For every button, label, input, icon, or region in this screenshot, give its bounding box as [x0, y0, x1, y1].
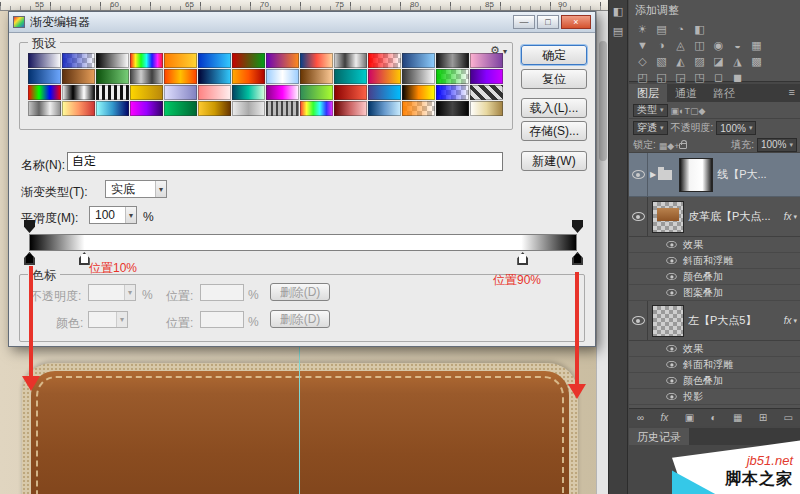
- layer-effect-row[interactable]: 颜色叠加: [629, 269, 800, 285]
- layer-effect-row[interactable]: 斜面和浮雕: [629, 357, 800, 373]
- gradient-preset-swatch[interactable]: [198, 69, 231, 84]
- visibility-toggle[interactable]: [629, 153, 648, 196]
- gradient-preset-swatch[interactable]: [266, 101, 299, 116]
- smoothness-select[interactable]: 100 ▾: [89, 206, 137, 224]
- gradient-preset-swatch[interactable]: [402, 53, 435, 68]
- gradient-name-input[interactable]: [67, 152, 503, 171]
- tab-路径[interactable]: 路径: [705, 84, 743, 102]
- gradient-preset-swatch[interactable]: [402, 101, 435, 116]
- gradient-preset-swatch[interactable]: [130, 69, 163, 84]
- adjustment-icon[interactable]: ▩: [749, 54, 764, 68]
- maximize-button[interactable]: □: [537, 15, 559, 29]
- delete-opacity-stop-button[interactable]: 删除(D): [270, 283, 330, 301]
- color-position-input[interactable]: [200, 311, 244, 328]
- gradient-preset-swatch[interactable]: [266, 69, 299, 84]
- gradient-preset-swatch[interactable]: [334, 69, 367, 84]
- adjustment-icon[interactable]: ▧: [654, 54, 669, 68]
- gradient-preset-swatch[interactable]: [28, 53, 61, 68]
- new-button[interactable]: 新建(W): [521, 151, 587, 171]
- gradient-preset-swatch[interactable]: [470, 101, 503, 116]
- opacity-position-input[interactable]: [200, 284, 244, 301]
- adjustment-icon[interactable]: ◳: [692, 70, 707, 84]
- visibility-toggle[interactable]: [663, 269, 679, 284]
- opacity-stop[interactable]: [24, 220, 35, 233]
- visibility-toggle[interactable]: [663, 237, 679, 252]
- adjustment-icon[interactable]: ◪: [711, 54, 726, 68]
- gradient-preset-swatch[interactable]: [96, 101, 129, 116]
- layer-row[interactable]: 皮革底【P大点...fx▾: [629, 197, 800, 237]
- adjustment-icon[interactable]: ◲: [673, 70, 688, 84]
- opacity-select[interactable]: ▾: [88, 284, 136, 301]
- filter-type-select[interactable]: 类型 ▾: [633, 104, 668, 117]
- chevron-down-icon[interactable]: ▾: [793, 317, 797, 325]
- save-button[interactable]: 存储(S)...: [521, 121, 587, 141]
- gradient-preset-swatch[interactable]: [164, 69, 197, 84]
- fill-select[interactable]: 100% ▾: [757, 138, 797, 152]
- delete-color-stop-button[interactable]: 删除(D): [270, 310, 330, 328]
- gradient-preset-swatch[interactable]: [198, 53, 231, 68]
- adjustment-icon[interactable]: ◭: [673, 54, 688, 68]
- gradient-preset-swatch[interactable]: [62, 69, 95, 84]
- adjustment-icon[interactable]: ◉: [711, 38, 726, 52]
- gradient-preset-swatch[interactable]: [198, 85, 231, 100]
- visibility-toggle[interactable]: [663, 253, 679, 268]
- layer-effect-row[interactable]: 斜面和浮雕: [629, 253, 800, 269]
- gradient-preset-swatch[interactable]: [300, 85, 333, 100]
- layer-effect-row[interactable]: 效果: [629, 341, 800, 357]
- layer-effect-row[interactable]: 颜色叠加: [629, 373, 800, 389]
- ok-button[interactable]: 确定: [521, 45, 587, 65]
- gradient-preset-swatch[interactable]: [436, 69, 469, 84]
- gradient-preset-swatch[interactable]: [96, 85, 129, 100]
- adjustment-icon[interactable]: ◱: [654, 70, 669, 84]
- gradient-preset-swatch[interactable]: [368, 85, 401, 100]
- layer-style-icon[interactable]: fx: [661, 412, 669, 423]
- gradient-preset-swatch[interactable]: [28, 101, 61, 116]
- gradient-type-select[interactable]: 实底 ▾: [105, 180, 167, 198]
- gradient-preset-swatch[interactable]: [198, 101, 231, 116]
- adjustment-icon[interactable]: ◫: [692, 38, 707, 52]
- visibility-toggle[interactable]: [663, 341, 679, 356]
- lock-all-icon[interactable]: [679, 143, 687, 149]
- layer-filter-icon[interactable]: ▣: [671, 106, 680, 116]
- blend-mode-select[interactable]: 穿透 ▾: [633, 121, 668, 135]
- gradient-preset-swatch[interactable]: [334, 53, 367, 68]
- gradient-preset-swatch[interactable]: [62, 53, 95, 68]
- tab-图层[interactable]: 图层: [629, 84, 667, 102]
- visibility-toggle[interactable]: [663, 373, 679, 388]
- minimize-button[interactable]: —: [513, 15, 535, 29]
- visibility-toggle[interactable]: [663, 357, 679, 372]
- adjustment-icon[interactable]: ◑: [654, 38, 669, 52]
- new-group-icon[interactable]: ▦: [733, 412, 742, 423]
- gradient-preset-swatch[interactable]: [62, 85, 95, 100]
- gradient-preset-swatch[interactable]: [470, 85, 503, 100]
- adjustment-icon[interactable]: ▤: [654, 22, 669, 36]
- gradient-preset-swatch[interactable]: [232, 69, 265, 84]
- adjustment-icon[interactable]: ◼: [730, 70, 745, 84]
- gradient-preset-swatch[interactable]: [232, 53, 265, 68]
- gradient-preset-swatch[interactable]: [266, 53, 299, 68]
- gradient-preset-swatch[interactable]: [300, 69, 333, 84]
- gradient-preset-swatch[interactable]: [28, 85, 61, 100]
- gradient-preset-swatch[interactable]: [436, 85, 469, 100]
- gradient-preset-swatch[interactable]: [368, 69, 401, 84]
- color-stop[interactable]: [572, 252, 583, 265]
- collapsed-panel-icon[interactable]: ◧: [611, 4, 626, 18]
- layer-filter-icon[interactable]: ◆: [698, 106, 705, 116]
- gradient-preset-swatch[interactable]: [436, 53, 469, 68]
- layer-group-row[interactable]: ▶线【P大...: [629, 153, 800, 197]
- scrollbar-thumb[interactable]: [599, 41, 607, 161]
- link-layers-icon[interactable]: ∞: [637, 412, 644, 423]
- color-stop[interactable]: [24, 252, 35, 265]
- gradient-preset-swatch[interactable]: [368, 101, 401, 116]
- adjustment-icon[interactable]: ◒: [730, 38, 745, 52]
- expand-arrow-icon[interactable]: ▶: [650, 170, 656, 179]
- gradient-preset-swatch[interactable]: [96, 53, 129, 68]
- gradient-preset-swatch[interactable]: [300, 101, 333, 116]
- gradient-preset-swatch[interactable]: [470, 69, 503, 84]
- gradient-preset-swatch[interactable]: [164, 85, 197, 100]
- panel-menu-icon[interactable]: ≡: [783, 84, 800, 102]
- adjustment-icon[interactable]: ▦: [749, 38, 764, 52]
- visibility-toggle[interactable]: [629, 197, 648, 236]
- gradient-preset-swatch[interactable]: [368, 53, 401, 68]
- visibility-toggle[interactable]: [663, 389, 679, 404]
